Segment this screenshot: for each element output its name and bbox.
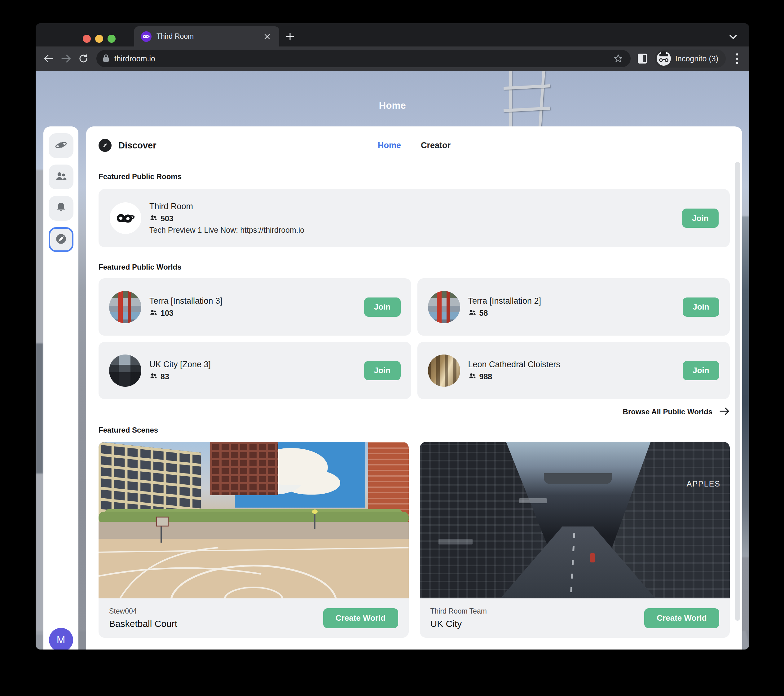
scene-card-uk-city: APPLES Third Room Team UK City Create Wo…: [420, 442, 730, 638]
room-name: Third Room: [149, 202, 304, 211]
sidebar-item-notifications[interactable]: [49, 196, 73, 220]
discover-compass-icon: [99, 139, 112, 152]
browse-all-public-worlds-link[interactable]: Browse All Public Worlds: [99, 407, 730, 416]
scene-author: Stew004: [109, 607, 177, 615]
url-bar[interactable]: thirdroom.io: [96, 50, 631, 67]
featured-public-rooms-heading: Featured Public Rooms: [99, 172, 730, 181]
discover-header: Discover Home Creator: [99, 139, 730, 152]
world-card: UK City [Zone 3] 83 Join: [99, 342, 411, 399]
room-member-count: 503: [160, 214, 173, 223]
sidebar-item-people[interactable]: [49, 165, 73, 189]
world-name: UK City [Zone 3]: [149, 360, 211, 369]
featured-scenes-heading: Featured Scenes: [99, 426, 730, 434]
new-tab-icon[interactable]: [283, 30, 296, 43]
incognito-icon: [657, 51, 671, 66]
forward-icon[interactable]: [57, 50, 75, 67]
third-room-favicon: [141, 31, 152, 42]
world-name: Leon Cathedral Cloisters: [468, 360, 560, 369]
world-card: Terra [Installation 2] 58 Join: [417, 278, 730, 336]
tab-creator[interactable]: Creator: [421, 141, 451, 150]
world-member-count: 58: [479, 309, 488, 318]
members-icon: [149, 308, 157, 318]
back-icon[interactable]: [40, 50, 57, 67]
world-avatar: [109, 354, 141, 387]
scene-name: UK City: [430, 619, 487, 629]
world-card: Terra [Installation 3] 103 Join: [99, 278, 411, 336]
featured-public-worlds-heading: Featured Public Worlds: [99, 263, 730, 271]
apples-sign-text: APPLES: [687, 479, 720, 489]
side-panel-icon[interactable]: [636, 52, 649, 66]
scene-footer: Stew004 Basketball Court Create World: [99, 598, 409, 638]
scene-card-basketball-court: Stew004 Basketball Court Create World: [99, 442, 409, 638]
browser-toolbar: thirdroom.io Incognito (3): [36, 46, 749, 71]
members-icon: [468, 308, 476, 318]
lock-icon: [102, 54, 109, 64]
create-world-button[interactable]: Create World: [323, 608, 398, 628]
worlds-grid: Terra [Installation 3] 103 Join Terra [I…: [99, 278, 730, 399]
incognito-label: Incognito (3): [675, 54, 718, 63]
tab-home[interactable]: Home: [378, 141, 401, 150]
world-member-count: 988: [479, 372, 492, 381]
scene-preview-uk-city: APPLES: [420, 442, 730, 598]
browser-window: Third Room thirdroom.io: [36, 23, 749, 650]
tab-title: Third Room: [156, 32, 257, 41]
world-avatar: [109, 291, 141, 323]
bookmark-star-icon[interactable]: [612, 53, 624, 65]
join-world-button[interactable]: Join: [683, 298, 719, 317]
join-world-button[interactable]: Join: [364, 361, 401, 380]
incognito-badge[interactable]: Incognito (3): [655, 49, 726, 67]
members-icon: [149, 214, 157, 223]
compass-icon: [54, 232, 68, 247]
world-card: Leon Cathedral Cloisters 988 Join: [417, 342, 730, 399]
panel-scrollbar-thumb[interactable]: [735, 162, 740, 621]
page-title: Home: [36, 100, 749, 111]
scene-name: Basketball Court: [109, 619, 177, 629]
tab-third-room[interactable]: Third Room: [134, 26, 279, 46]
close-window-button[interactable]: [83, 35, 91, 43]
sidebar: M: [43, 127, 78, 650]
room-description: Tech Preview 1 Live Now: https://thirdro…: [149, 225, 304, 235]
world-avatar: [428, 354, 460, 387]
sidebar-item-discover[interactable]: [49, 227, 73, 252]
background-3d-bus: [741, 216, 749, 557]
tab-strip: Third Room: [36, 23, 749, 46]
sidebar-item-planet[interactable]: [49, 133, 73, 158]
create-world-button[interactable]: Create World: [644, 608, 719, 628]
third-room-logo: [110, 202, 141, 234]
scene-preview-basketball-court: [99, 442, 409, 598]
page-background: Home M: [36, 71, 749, 650]
reload-icon[interactable]: [75, 50, 92, 67]
browse-all-label: Browse All Public Worlds: [623, 408, 712, 416]
bell-icon: [54, 201, 68, 216]
minimize-window-button[interactable]: [95, 35, 103, 43]
url-text: thirdroom.io: [114, 54, 607, 63]
members-icon: [149, 372, 157, 381]
close-tab-icon[interactable]: [262, 31, 272, 42]
join-world-button[interactable]: Join: [683, 361, 719, 380]
world-name: Terra [Installation 3]: [149, 296, 222, 306]
world-name: Terra [Installation 2]: [468, 296, 541, 306]
discover-title: Discover: [119, 140, 156, 151]
discover-panel: Discover Home Creator Featured Public Ro…: [86, 127, 742, 650]
scene-author: Third Room Team: [430, 607, 487, 615]
scene-footer: Third Room Team UK City Create World: [420, 598, 730, 638]
scenes-grid: Stew004 Basketball Court Create World: [99, 442, 730, 638]
planet-icon: [54, 138, 68, 153]
people-icon: [54, 170, 68, 184]
zoom-window-button[interactable]: [107, 35, 115, 43]
background-3d-structure: [36, 343, 43, 474]
world-member-count: 83: [160, 372, 169, 381]
members-icon: [468, 372, 476, 381]
tab-search-chevron-icon[interactable]: [726, 31, 740, 43]
browser-menu-icon[interactable]: [731, 52, 743, 66]
user-avatar[interactable]: M: [49, 628, 73, 650]
world-member-count: 103: [160, 309, 173, 318]
room-card: Third Room 503 Tech Preview 1 Live Now: …: [99, 189, 730, 247]
join-room-button[interactable]: Join: [682, 209, 719, 228]
world-avatar: [428, 291, 460, 323]
arrow-right-icon: [719, 407, 730, 416]
discover-tabs: Home Creator: [378, 141, 451, 150]
join-world-button[interactable]: Join: [364, 298, 401, 317]
